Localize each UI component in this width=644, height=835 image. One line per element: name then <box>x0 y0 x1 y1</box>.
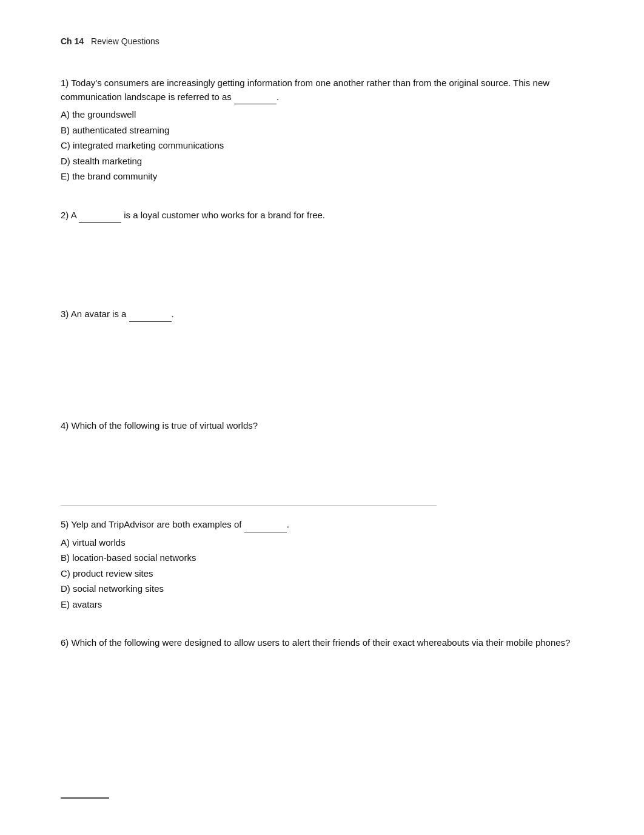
blank-1 <box>234 90 277 105</box>
question-5: 5) Yelp and TripAdvisor are both example… <box>61 518 595 612</box>
q5-option-d: D) social networking sites <box>61 581 595 597</box>
blank-3 <box>129 307 172 322</box>
q1-option-a: A) the groundswell <box>61 107 595 122</box>
chapter-label: Ch 14 <box>61 36 84 46</box>
q5-option-c: C) product review sites <box>61 566 595 582</box>
q5-option-b: B) location-based social networks <box>61 550 595 566</box>
q1-option-c: C) integrated marketing communications <box>61 138 595 153</box>
question-1-text: 1) Today's consumers are increasingly ge… <box>61 76 595 104</box>
blank-2 <box>79 209 121 223</box>
question-2: 2) A is a loyal customer who works for a… <box>61 209 595 223</box>
question-6-text: 6) Which of the following were designed … <box>61 636 595 650</box>
blank-5 <box>244 518 287 532</box>
question-4: 4) Which of the following is true of vir… <box>61 419 595 433</box>
subtitle-label: Review Questions <box>91 36 159 46</box>
question-3: 3) An avatar is a . <box>61 307 595 322</box>
q5-option-a: A) virtual worlds <box>61 535 595 551</box>
question-6: 6) Which of the following were designed … <box>61 636 595 650</box>
q1-option-e: E) the brand community <box>61 169 595 184</box>
page-container: Ch 14 Review Questions 1) Today's consum… <box>0 0 644 835</box>
question-3-text: 3) An avatar is a . <box>61 307 595 322</box>
question-4-text: 4) Which of the following is true of vir… <box>61 419 595 433</box>
question-5-text: 5) Yelp and TripAdvisor are both example… <box>61 518 595 532</box>
section-divider <box>61 505 437 506</box>
q5-option-e: E) avatars <box>61 597 595 612</box>
q1-option-d: D) stealth marketing <box>61 153 595 169</box>
page-title: Ch 14 Review Questions <box>61 36 595 46</box>
bottom-decoration <box>61 797 109 799</box>
question-1: 1) Today's consumers are increasingly ge… <box>61 76 595 184</box>
question-2-text: 2) A is a loyal customer who works for a… <box>61 209 595 223</box>
q1-option-b: B) authenticated streaming <box>61 122 595 138</box>
